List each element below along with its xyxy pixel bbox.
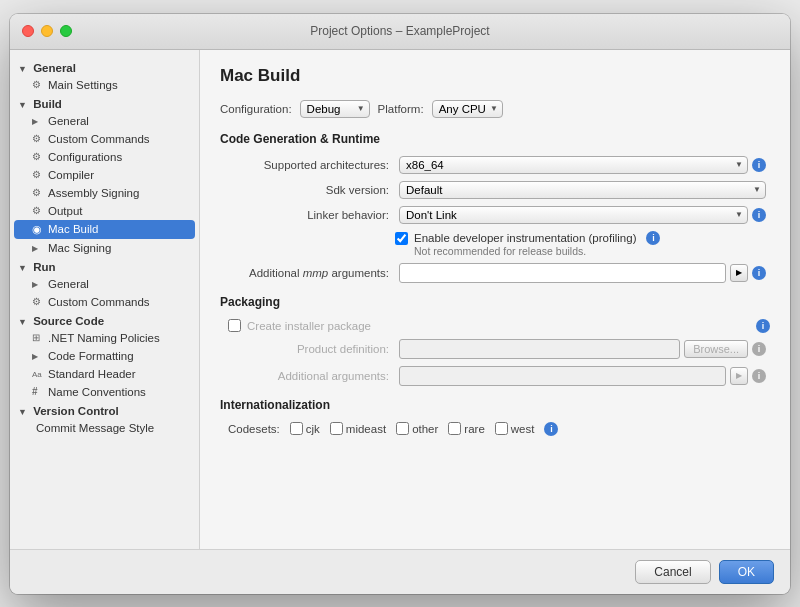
code-gen-header: Code Generation & Runtime: [220, 132, 770, 148]
chevron-down-icon: ▼: [753, 185, 761, 194]
codeset-rare-checkbox[interactable]: [448, 422, 461, 435]
platform-label: Platform:: [378, 103, 424, 115]
linker-info-icon[interactable]: i: [752, 208, 766, 222]
codeset-rare-label: rare: [464, 423, 484, 435]
triangle-icon: [32, 350, 44, 361]
sidebar-item-standard-header[interactable]: Standard Header: [10, 365, 199, 383]
triangle-icon: [32, 115, 44, 126]
sidebar-item-mac-build[interactable]: Mac Build: [14, 220, 195, 239]
main-panel: Mac Build Configuration: Debug ▼ Platfor…: [200, 50, 790, 549]
arrow-build: ▼: [18, 100, 27, 110]
sidebar-item-compiler[interactable]: Compiler: [10, 166, 199, 184]
mmp-run-button[interactable]: ▶: [730, 264, 748, 282]
linker-select[interactable]: Don't Link ▼: [399, 206, 748, 224]
sidebar-item-code-formatting[interactable]: Code Formatting: [10, 347, 199, 365]
mmp-italic: mmp: [303, 267, 329, 279]
cancel-button[interactable]: Cancel: [635, 560, 710, 584]
create-pkg-row: Create installer package i: [220, 319, 770, 333]
configuration-dropdown[interactable]: Debug ▼: [300, 100, 370, 118]
chevron-down-icon: ▼: [490, 104, 498, 113]
sidebar: ▼ General Main Settings ▼ Build General …: [10, 50, 200, 549]
page-title: Mac Build: [220, 66, 770, 86]
sidebar-item-mac-signing[interactable]: Mac Signing: [10, 239, 199, 257]
triangle-icon: [32, 278, 44, 289]
i18n-header: Internationalization: [220, 398, 770, 414]
codeset-rare: rare: [448, 422, 484, 435]
product-def-info-icon: i: [752, 342, 766, 356]
ok-button[interactable]: OK: [719, 560, 774, 584]
additional-arguments-row: Additional arguments: ▶ i: [220, 366, 770, 386]
mmp-args-input[interactable]: [399, 263, 726, 283]
developer-instrumentation-text: Enable developer instrumentation (profil…: [414, 231, 636, 257]
supported-architectures-row: Supported architectures: x86_64 ▼ i: [220, 156, 770, 174]
codeset-west: west: [495, 422, 535, 435]
architectures-label: Supported architectures:: [224, 159, 399, 171]
sidebar-item-name-conventions[interactable]: Name Conventions: [10, 383, 199, 401]
codeset-cjk: cjk: [290, 422, 320, 435]
sidebar-section-run[interactable]: ▼ Run: [10, 257, 199, 275]
platform-dropdown[interactable]: Any CPU ▼: [432, 100, 503, 118]
arrow-run: ▼: [18, 263, 27, 273]
sidebar-item-configurations[interactable]: Configurations: [10, 148, 199, 166]
codeset-mideast-checkbox[interactable]: [330, 422, 343, 435]
gear-icon: [32, 133, 44, 144]
create-installer-label: Create installer package: [247, 320, 371, 332]
sidebar-item-output[interactable]: Output: [10, 202, 199, 220]
architectures-value: x86_64: [406, 159, 444, 171]
gear-icon: [32, 79, 44, 90]
mmp-args-label: Additional mmp arguments:: [224, 267, 399, 279]
developer-instrumentation-label: Enable developer instrumentation (profil…: [414, 232, 636, 244]
architectures-control: x86_64 ▼ i: [399, 156, 766, 174]
sidebar-item-build-general[interactable]: General: [10, 112, 199, 130]
sidebar-item-commit-message-style[interactable]: Commit Message Style: [10, 419, 199, 437]
i18n-info-icon[interactable]: i: [544, 422, 558, 436]
codeset-other: other: [396, 422, 438, 435]
mmp-args-control: ▶ i: [399, 263, 766, 283]
linker-value: Don't Link: [406, 209, 457, 221]
arrow-source-code: ▼: [18, 317, 27, 327]
config-row: Configuration: Debug ▼ Platform: Any CPU…: [220, 100, 770, 118]
codeset-cjk-label: cjk: [306, 423, 320, 435]
additional-args-run-button: ▶: [730, 367, 748, 385]
codeset-west-checkbox[interactable]: [495, 422, 508, 435]
sidebar-item-net-naming[interactable]: .NET Naming Policies: [10, 329, 199, 347]
close-button[interactable]: [22, 25, 34, 37]
minimize-button[interactable]: [41, 25, 53, 37]
sidebar-section-version-control[interactable]: ▼ Version Control: [10, 401, 199, 419]
configuration-value: Debug: [307, 103, 341, 115]
sidebar-item-run-custom-commands[interactable]: Custom Commands: [10, 293, 199, 311]
sidebar-section-source-code[interactable]: ▼ Source Code: [10, 311, 199, 329]
sidebar-item-main-settings[interactable]: Main Settings: [10, 76, 199, 94]
chevron-down-icon: ▼: [735, 210, 743, 219]
abc-icon: [32, 368, 44, 379]
codeset-west-label: west: [511, 423, 535, 435]
sidebar-item-custom-commands[interactable]: Custom Commands: [10, 130, 199, 148]
sidebar-section-general[interactable]: ▼ General: [10, 58, 199, 76]
create-installer-checkbox[interactable]: [228, 319, 241, 332]
codeset-mideast-label: mideast: [346, 423, 386, 435]
developer-instrumentation-row: Enable developer instrumentation (profil…: [395, 231, 770, 257]
developer-instrumentation-checkbox[interactable]: [395, 232, 408, 245]
arrow-version-control: ▼: [18, 407, 27, 417]
sdk-select[interactable]: Default ▼: [399, 181, 766, 199]
maximize-button[interactable]: [60, 25, 72, 37]
product-definition-input: [399, 339, 680, 359]
sidebar-section-build[interactable]: ▼ Build: [10, 94, 199, 112]
mmp-info-icon[interactable]: i: [752, 266, 766, 280]
sdk-label: Sdk version:: [224, 184, 399, 196]
additional-args-label: Additional arguments:: [224, 370, 399, 382]
chevron-down-icon: ▼: [357, 104, 365, 113]
sidebar-item-assembly-signing[interactable]: Assembly Signing: [10, 184, 199, 202]
triangle-icon: [32, 242, 44, 253]
sidebar-item-run-general[interactable]: General: [10, 275, 199, 293]
arrow-general: ▼: [18, 64, 27, 74]
architectures-select[interactable]: x86_64 ▼: [399, 156, 748, 174]
checkbox-info-icon[interactable]: i: [646, 231, 660, 245]
codeset-cjk-checkbox[interactable]: [290, 422, 303, 435]
architectures-info-icon[interactable]: i: [752, 158, 766, 172]
codesets-label: Codesets:: [228, 423, 280, 435]
developer-instrumentation-subtext: Not recommended for release builds.: [414, 245, 636, 257]
packaging-info-icon[interactable]: i: [756, 319, 770, 333]
additional-args-control: ▶ i: [399, 366, 766, 386]
codeset-other-checkbox[interactable]: [396, 422, 409, 435]
